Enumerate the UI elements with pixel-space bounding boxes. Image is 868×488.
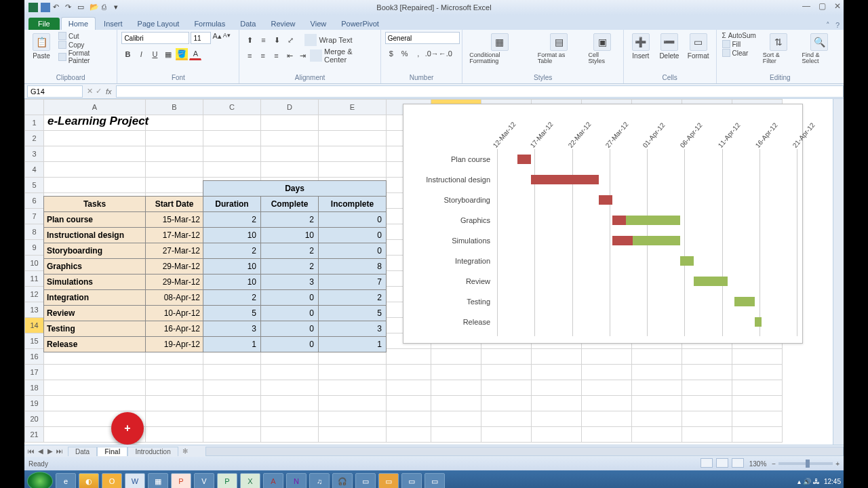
num-cell[interactable]: 10 bbox=[203, 274, 261, 290]
num-cell[interactable]: 1 bbox=[203, 337, 261, 352]
view-normal-icon[interactable] bbox=[701, 458, 713, 468]
cell[interactable] bbox=[203, 115, 261, 131]
cell[interactable] bbox=[387, 396, 431, 411]
task-cell[interactable]: Review bbox=[44, 306, 146, 321]
cell[interactable] bbox=[261, 146, 319, 162]
cell[interactable] bbox=[582, 411, 632, 427]
cell[interactable] bbox=[387, 349, 431, 365]
date-cell[interactable]: 08-Apr-12 bbox=[146, 290, 203, 306]
date-cell[interactable]: 29-Mar-12 bbox=[146, 259, 203, 274]
date-cell[interactable]: 27-Mar-12 bbox=[146, 243, 203, 259]
cell[interactable] bbox=[387, 411, 431, 427]
merge-center-button[interactable]: Merge & Center bbox=[323, 49, 376, 62]
cell[interactable] bbox=[582, 349, 632, 365]
percent-icon[interactable]: % bbox=[399, 47, 411, 60]
task-cell[interactable]: Release bbox=[44, 337, 146, 352]
save-icon[interactable] bbox=[41, 3, 50, 12]
italic-button[interactable]: I bbox=[135, 48, 147, 60]
cell[interactable] bbox=[632, 396, 682, 411]
cell[interactable] bbox=[261, 131, 319, 146]
cell[interactable] bbox=[387, 427, 431, 443]
sheet-nav-first-icon[interactable]: ⏮ bbox=[27, 447, 35, 455]
row-header[interactable]: 15 bbox=[25, 333, 44, 349]
open-icon[interactable]: 📂 bbox=[90, 3, 99, 12]
num-cell[interactable]: 0 bbox=[319, 243, 387, 259]
num-cell[interactable]: 0 bbox=[261, 306, 319, 321]
cut-button[interactable]: Cut bbox=[57, 32, 113, 40]
comma-icon[interactable]: , bbox=[412, 47, 425, 60]
cell[interactable] bbox=[319, 380, 387, 396]
num-cell[interactable]: 0 bbox=[319, 228, 387, 243]
cell[interactable] bbox=[319, 396, 387, 411]
row-header[interactable]: 11 bbox=[25, 271, 44, 287]
start-button[interactable] bbox=[27, 472, 53, 488]
cell[interactable] bbox=[481, 427, 532, 443]
row-header[interactable]: 18 bbox=[25, 380, 44, 396]
cell[interactable] bbox=[44, 162, 146, 178]
cell[interactable] bbox=[682, 396, 732, 411]
row-header[interactable]: 12 bbox=[25, 287, 44, 302]
row-header[interactable]: 2 bbox=[25, 131, 44, 146]
cell[interactable] bbox=[387, 365, 431, 380]
tab-insert[interactable]: Insert bbox=[97, 18, 130, 30]
cell[interactable] bbox=[319, 162, 387, 178]
cell[interactable] bbox=[319, 131, 387, 146]
num-cell[interactable]: 10 bbox=[203, 228, 261, 243]
align-left-icon[interactable]: ≡ bbox=[243, 49, 256, 62]
align-center-icon[interactable]: ≡ bbox=[257, 49, 269, 62]
num-cell[interactable]: 2 bbox=[203, 243, 261, 259]
bar-complete[interactable] bbox=[599, 195, 612, 205]
tab-formulas[interactable]: Formulas bbox=[187, 18, 232, 30]
cell[interactable] bbox=[203, 162, 261, 178]
cell[interactable] bbox=[732, 396, 783, 411]
bar-incomplete[interactable] bbox=[680, 256, 694, 266]
row-header[interactable]: 7 bbox=[25, 209, 44, 224]
cell[interactable] bbox=[261, 427, 319, 443]
indent-dec-icon[interactable]: ⇤ bbox=[283, 49, 296, 62]
cell[interactable] bbox=[319, 146, 387, 162]
align-top-icon[interactable]: ⬆ bbox=[243, 34, 256, 46]
cell[interactable] bbox=[431, 349, 481, 365]
taskbar-app[interactable]: V bbox=[194, 473, 214, 488]
task-cell[interactable]: Graphics bbox=[44, 259, 146, 274]
conditional-formatting-button[interactable]: ▦Conditional Formatting bbox=[467, 32, 532, 66]
num-cell[interactable]: 0 bbox=[261, 337, 319, 352]
row-header[interactable]: 19 bbox=[25, 396, 44, 411]
task-cell[interactable]: Testing bbox=[44, 321, 146, 337]
date-cell[interactable]: 10-Apr-12 bbox=[146, 306, 203, 321]
format-cells-button[interactable]: ▭Format bbox=[685, 32, 712, 61]
row-header[interactable]: 8 bbox=[25, 224, 44, 240]
num-cell[interactable]: 1 bbox=[319, 337, 387, 352]
row-header[interactable]: 20 bbox=[25, 411, 44, 427]
tab-powerpivot[interactable]: PowerPivot bbox=[334, 18, 386, 30]
taskbar-app[interactable]: ◐ bbox=[79, 473, 99, 488]
shrink-font-icon[interactable]: A▾ bbox=[223, 32, 231, 44]
row-header[interactable]: 3 bbox=[25, 146, 44, 162]
row-header[interactable]: 6 bbox=[25, 193, 44, 209]
cell[interactable] bbox=[532, 380, 582, 396]
cell[interactable] bbox=[203, 427, 261, 443]
cell[interactable] bbox=[582, 396, 632, 411]
bar-incomplete[interactable] bbox=[755, 317, 762, 327]
bar-complete[interactable] bbox=[517, 155, 531, 164]
align-bottom-icon[interactable]: ⬇ bbox=[271, 34, 283, 46]
cell-title[interactable]: e-Learning Project bbox=[45, 115, 149, 128]
cell[interactable] bbox=[732, 365, 783, 380]
num-cell[interactable]: 2 bbox=[319, 290, 387, 306]
task-cell[interactable]: Simulations bbox=[44, 274, 146, 290]
cell[interactable] bbox=[203, 411, 261, 427]
cell[interactable] bbox=[44, 380, 146, 396]
task-cell[interactable]: Storyboarding bbox=[44, 243, 146, 259]
cell-styles-button[interactable]: ▣Cell Styles bbox=[585, 32, 618, 66]
clock[interactable]: 12:45 bbox=[824, 478, 841, 485]
border-button[interactable]: ▦ bbox=[162, 48, 174, 60]
sheet-nav-prev-icon[interactable]: ◀ bbox=[37, 447, 45, 455]
tab-view[interactable]: View bbox=[304, 18, 334, 30]
cell[interactable] bbox=[44, 396, 146, 411]
cell[interactable] bbox=[387, 380, 431, 396]
cell[interactable] bbox=[632, 380, 682, 396]
cell[interactable] bbox=[146, 380, 203, 396]
sheet-tab-data[interactable]: Data bbox=[68, 447, 97, 456]
undo-icon[interactable]: ↶ bbox=[53, 3, 62, 12]
taskbar-app[interactable]: P bbox=[171, 473, 191, 488]
